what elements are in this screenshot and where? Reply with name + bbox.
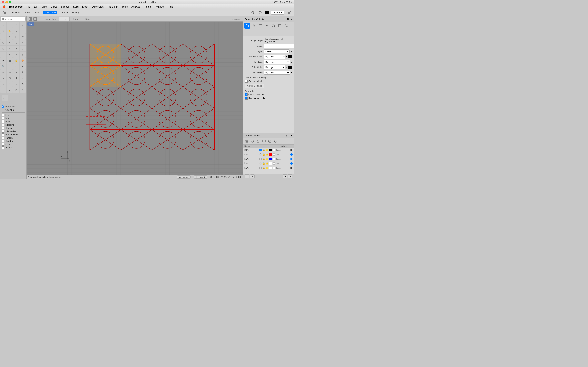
color-swatch-toolbar[interactable] (265, 11, 269, 15)
layer-color-swatch[interactable] (269, 167, 272, 169)
ortho-button[interactable]: Ortho (22, 11, 31, 15)
snap-midpoint[interactable]: Midpoint (2, 123, 25, 126)
prop-polysurface-icon[interactable] (270, 23, 276, 29)
grid-view-icon[interactable] (28, 17, 32, 21)
display-color-chevron[interactable]: ▼ (286, 56, 288, 58)
trim-tool[interactable]: ⌐ (20, 28, 26, 34)
layer-chevron[interactable]: ▼ (290, 50, 292, 53)
tangent-checkbox[interactable] (2, 137, 4, 139)
record-icon[interactable] (257, 10, 263, 16)
default-dropdown[interactable]: Default ▼ (271, 11, 284, 15)
pan-tool[interactable]: ✋ (7, 28, 13, 34)
rotate-view[interactable]: ↻ (0, 28, 6, 34)
menu-analyze[interactable]: Analyze (130, 5, 142, 8)
fullscreen-button[interactable] (9, 1, 11, 3)
menu-window[interactable]: Window (154, 5, 166, 8)
tab-right[interactable]: Right (82, 17, 94, 21)
snap-end[interactable]: End (2, 113, 25, 117)
casts-shadows-checkbox[interactable] (245, 93, 248, 96)
group-tool[interactable]: ⊡ (13, 87, 19, 93)
end-checkbox[interactable] (2, 114, 4, 116)
explode-tool[interactable]: ⁂ (20, 81, 26, 87)
layer-lock-icon[interactable]: 🔒 (262, 149, 265, 151)
persistent-radio[interactable] (2, 105, 4, 108)
linetype-chevron[interactable]: ▼ (290, 61, 292, 63)
boolean-int[interactable]: ∩ (13, 81, 19, 87)
midpoint-checkbox[interactable] (2, 124, 4, 126)
transform-extra[interactable]: ⊿⊢ (2, 95, 8, 101)
near-checkbox[interactable] (2, 117, 4, 119)
layers-lock-icon[interactable] (256, 139, 261, 144)
view-control[interactable]: ⌺ (7, 63, 13, 69)
viewport-canvas[interactable]: Top (26, 22, 243, 175)
more-tools[interactable]: ··· (0, 87, 6, 93)
dim-angular[interactable]: ⌔ (13, 52, 19, 57)
measure-tool[interactable]: ⬡ (20, 87, 26, 93)
add-layer-button[interactable]: + (245, 174, 249, 178)
knot-checkbox[interactable] (2, 143, 4, 146)
array-tool[interactable]: ⊞ (7, 75, 13, 81)
dimension-tool[interactable]: T (0, 52, 6, 57)
menu-rhinoceros[interactable]: Rhinoceros (8, 5, 24, 8)
snap-intersection[interactable]: Intersection (2, 130, 25, 133)
layer-color-swatch[interactable] (269, 162, 272, 165)
layers-settings-button[interactable]: ⚙ (283, 174, 287, 178)
menu-mesh[interactable]: Mesh (81, 5, 90, 8)
adjust-settings-button[interactable]: Adjust Settings (245, 84, 264, 88)
snap-points[interactable]: ⊕ (7, 69, 13, 75)
layer-lock-icon[interactable]: 🔒 (262, 158, 265, 160)
point-checkbox[interactable] (2, 120, 4, 123)
menu-edit[interactable]: Edit (32, 5, 40, 8)
point-tool[interactable]: · (7, 22, 13, 28)
center-checkbox[interactable] (2, 127, 4, 129)
snap-grid[interactable]: ⊞ (0, 69, 6, 75)
layer-row[interactable]: Def... 🔒 🌟 Conti... (243, 148, 294, 152)
smarttrack-button[interactable]: SmartTrack (43, 11, 57, 15)
tab-front[interactable]: Front (70, 17, 82, 21)
planar-button[interactable]: Planar (32, 11, 42, 15)
command-input[interactable] (1, 17, 26, 21)
right-panel-toggle[interactable] (287, 10, 292, 16)
display-color-swatch[interactable] (288, 55, 292, 58)
minimize-button[interactable] (5, 1, 8, 3)
history-button[interactable]: History (71, 11, 81, 15)
prop-display-icon[interactable] (258, 23, 263, 29)
one-shot-radio[interactable] (2, 109, 4, 111)
menu-render[interactable]: Render (142, 5, 153, 8)
menu-help[interactable]: Help (166, 5, 174, 8)
layer-render-icon[interactable]: 🌟 (266, 167, 268, 169)
light-tool[interactable]: ☀ (0, 58, 6, 63)
print-width-select[interactable]: By Layer (264, 71, 290, 75)
menu-transform[interactable]: Transform (105, 5, 120, 8)
menu-app-icon[interactable]: 🍎 (1, 5, 7, 8)
snap-point[interactable]: Point (2, 120, 25, 123)
mesh-edit[interactable]: ✦ (7, 46, 13, 51)
layer-render-icon[interactable]: 🌟 (266, 162, 268, 165)
layer-row[interactable]: Lay... 🔒 🌟 Conti... (243, 161, 294, 166)
blend-tool[interactable]: 〜 (20, 34, 26, 40)
offset-tool[interactable]: ⌒ (0, 34, 6, 40)
layers-gear-icon[interactable]: ⚙ (286, 134, 288, 137)
snap-vertex[interactable]: Vertex (2, 146, 25, 149)
vertex-checkbox[interactable] (2, 146, 4, 149)
snap-one-shot[interactable]: One shot (2, 108, 25, 111)
tab-top[interactable]: Top (59, 17, 70, 21)
layer-color-swatch[interactable] (269, 153, 272, 156)
print-color-chevron[interactable]: ▼ (286, 66, 288, 68)
sphere-tool[interactable]: ● (7, 40, 13, 45)
layers-chevron-icon[interactable]: ▼ (290, 134, 292, 137)
layer-lock-icon[interactable]: 🔒 (262, 162, 265, 165)
layer-select[interactable]: Default (264, 49, 290, 53)
mesh-tool[interactable]: ⊞ (0, 46, 6, 51)
layer-lock-icon[interactable]: 🔒 (262, 167, 265, 169)
name-input[interactable] (264, 44, 294, 48)
custom-mesh-checkbox[interactable] (245, 80, 248, 83)
print-color-select[interactable]: By Layer (264, 65, 285, 69)
box-tool[interactable]: ▪ (20, 40, 26, 45)
history-tool[interactable]: ⊟ (20, 46, 26, 51)
tab-perspective[interactable]: Perspective (41, 17, 59, 21)
snap-quadrant[interactable]: Quadrant (2, 140, 25, 143)
grid-snap-button[interactable]: Grid Snap (8, 11, 22, 15)
units-display[interactable]: Millimeters (177, 175, 191, 179)
menu-curve[interactable]: Curve (49, 5, 59, 8)
